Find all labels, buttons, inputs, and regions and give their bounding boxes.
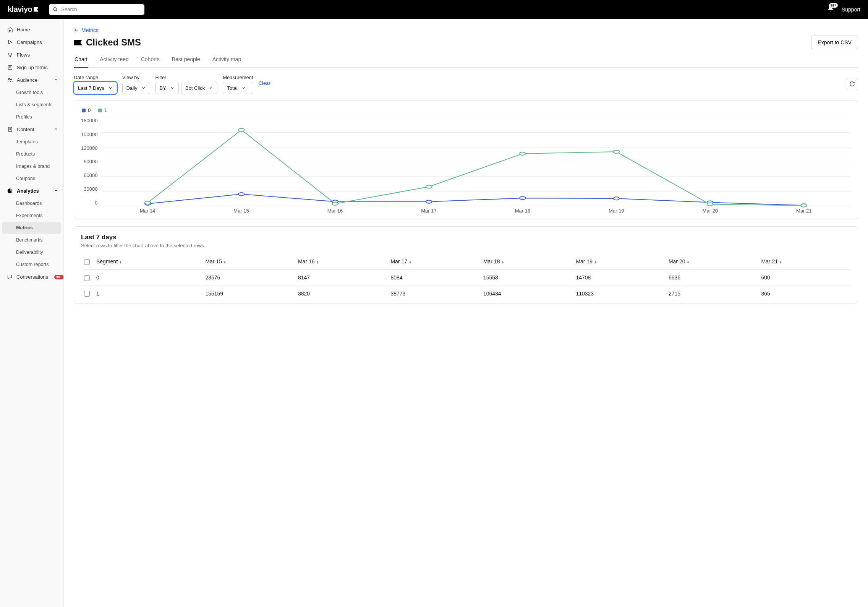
sort-icon: ▲▼ <box>687 261 689 264</box>
home-icon <box>7 27 13 32</box>
legend-label: 0 <box>88 107 91 113</box>
sidebar-item-custom-reports[interactable]: Custom reports <box>0 258 63 271</box>
breadcrumb[interactable]: Metrics <box>74 27 858 33</box>
sort-icon: ▲▼ <box>119 261 122 264</box>
people-icon <box>7 77 13 83</box>
search-bar[interactable] <box>49 4 144 15</box>
sidebar-item-flows[interactable]: Flows <box>0 49 63 61</box>
sidebar-item-audience[interactable]: Audience <box>0 74 63 86</box>
table-cell: 2715 <box>666 286 758 301</box>
sidebar-item-templates[interactable]: Templates <box>0 136 63 148</box>
sidebar-item-benchmarks[interactable]: Benchmarks <box>0 234 63 246</box>
sidebar-item-growth-tools[interactable]: Growth tools <box>0 86 63 99</box>
sidebar-item-images-brand[interactable]: Images & brand <box>0 160 63 172</box>
tab-activity-map[interactable]: Activity map <box>212 53 242 68</box>
svg-rect-5 <box>8 66 12 70</box>
measurement-select[interactable]: Total <box>223 82 253 94</box>
tab-activity-feed[interactable]: Activity feed <box>99 53 129 68</box>
chart-plot <box>100 118 851 206</box>
legend-item[interactable]: 0 <box>82 107 91 113</box>
sidebar-item-deliverability[interactable]: Deliverability <box>0 246 63 258</box>
view-by-select[interactable]: Daily <box>122 82 150 94</box>
page-title: Clicked SMS <box>74 37 141 48</box>
svg-point-27 <box>707 203 713 206</box>
column-header[interactable]: Segment▲▼ <box>93 254 202 269</box>
tabs: ChartActivity feedCohortsBest peopleActi… <box>74 53 858 68</box>
measurement-value: Total <box>227 85 237 91</box>
chevron-up-icon <box>54 77 58 83</box>
sidebar-item-label: Dashboards <box>16 201 42 206</box>
column-header[interactable]: Mar 19▲▼ <box>573 254 666 269</box>
sidebar-item-lists-segments[interactable]: Lists & segments <box>0 99 63 111</box>
sidebar-item-content[interactable]: Content <box>0 123 63 136</box>
x-tick: Mar 21 <box>757 208 851 214</box>
sidebar-item-coupons[interactable]: Coupons <box>0 172 63 185</box>
sidebar-item-label: Lists & segments <box>16 102 52 107</box>
export-csv-button[interactable]: Export to CSV <box>811 36 858 49</box>
refresh-button[interactable] <box>846 78 858 90</box>
sidebar-item-analytics[interactable]: Analytics <box>0 185 63 197</box>
clear-link[interactable]: Clear <box>259 80 270 86</box>
sidebar-item-label: Experiments <box>16 213 42 218</box>
column-header[interactable]: Mar 18▲▼ <box>480 254 573 269</box>
sidebar-item-campaigns[interactable]: Campaigns <box>0 36 63 49</box>
filter-prop-select[interactable]: Bot Click <box>181 82 217 94</box>
row-checkbox[interactable] <box>84 291 90 297</box>
x-tick: Mar 16 <box>288 208 382 214</box>
column-header[interactable]: Mar 21▲▼ <box>758 254 851 269</box>
logo[interactable]: klaviyo <box>8 5 38 14</box>
svg-point-23 <box>332 202 338 205</box>
svg-point-2 <box>8 53 9 54</box>
column-header[interactable]: Mar 15▲▼ <box>202 254 295 269</box>
sort-icon: ▲▼ <box>409 261 411 264</box>
sort-icon: ▲▼ <box>316 261 319 264</box>
x-tick: Mar 15 <box>194 208 288 214</box>
tab-cohorts[interactable]: Cohorts <box>140 53 160 68</box>
y-tick: 120000 <box>81 145 97 151</box>
date-range-select[interactable]: Last 7 Days <box>74 82 117 94</box>
table-card: Last 7 days Select rows to filter the ch… <box>74 226 858 304</box>
filter-label: Filter <box>155 75 218 80</box>
form-icon <box>7 65 13 70</box>
sidebar-item-sign-up-forms[interactable]: Sign-up forms <box>0 61 63 74</box>
cell-segment: 0 <box>93 269 202 286</box>
sidebar-item-label: Analytics <box>17 188 39 194</box>
sidebar: HomeCampaignsFlowsSign-up formsAudienceG… <box>0 19 64 607</box>
sort-icon: ▲▼ <box>779 261 782 264</box>
table-cell: 38773 <box>387 286 480 301</box>
sidebar-item-experiments[interactable]: Experiments <box>0 209 63 222</box>
date-range-value: Last 7 Days <box>78 85 104 91</box>
table-cell: 15553 <box>480 269 573 286</box>
sidebar-item-label: Campaigns <box>17 39 42 45</box>
y-tick: 180000 <box>81 118 97 123</box>
column-header[interactable]: Mar 16▲▼ <box>295 254 388 269</box>
legend-item[interactable]: 1 <box>98 107 107 113</box>
tab-chart[interactable]: Chart <box>74 53 88 68</box>
x-tick: Mar 14 <box>100 208 194 214</box>
row-checkbox[interactable] <box>84 275 90 281</box>
svg-point-24 <box>426 185 432 188</box>
sidebar-item-label: Conversations <box>16 274 48 280</box>
sidebar-item-label: Profiles <box>16 114 32 120</box>
sidebar-item-conversations[interactable]: Conversations99+ <box>0 271 63 283</box>
sidebar-item-dashboards[interactable]: Dashboards <box>0 197 63 209</box>
sidebar-item-profiles[interactable]: Profiles <box>0 111 63 123</box>
tab-best-people[interactable]: Best people <box>171 53 201 68</box>
sidebar-item-metrics[interactable]: Metrics <box>2 222 61 234</box>
support-link[interactable]: Support <box>842 6 860 13</box>
column-header[interactable]: Mar 17▲▼ <box>387 254 480 269</box>
select-all-checkbox[interactable] <box>84 259 90 265</box>
filter-by-select[interactable]: BY <box>155 82 179 94</box>
page-title-text: Clicked SMS <box>86 37 141 48</box>
column-header[interactable]: Mar 20▲▼ <box>666 254 758 269</box>
table-cell: 600 <box>758 269 851 286</box>
sidebar-item-label: Benchmarks <box>16 237 42 243</box>
sidebar-item-products[interactable]: Products <box>0 148 63 160</box>
notifications-button[interactable]: 99+ <box>827 5 834 13</box>
table-row[interactable]: 0235768147808415553147086636600 <box>81 269 851 286</box>
app-header: klaviyo 99+ Support <box>0 0 868 19</box>
search-input[interactable] <box>61 6 141 12</box>
chevron-down-icon <box>241 86 246 90</box>
sidebar-item-home[interactable]: Home <box>0 23 63 36</box>
table-row[interactable]: 11551593820387731064341103232715365 <box>81 286 851 301</box>
